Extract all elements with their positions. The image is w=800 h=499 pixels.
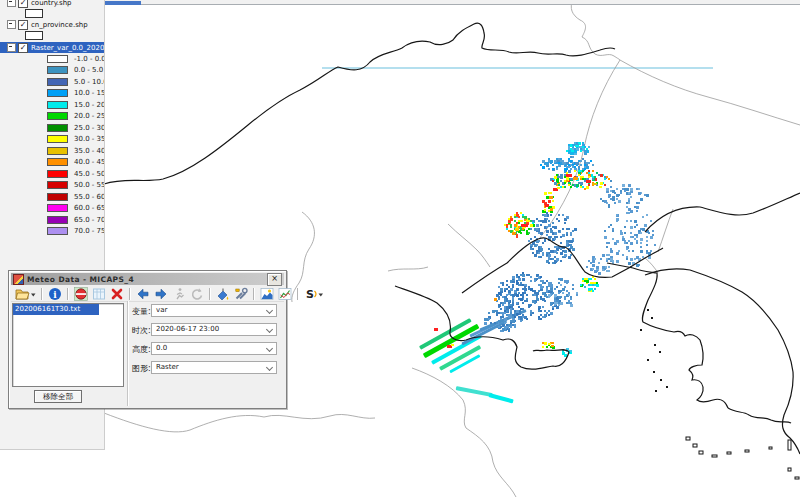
legend-range-label: 10.0 - 15.0 (74, 89, 105, 97)
legend-item[interactable]: 5.0 - 10.0 (0, 76, 104, 88)
legend-color-swatch (47, 170, 68, 178)
back-button[interactable] (134, 286, 152, 301)
dialog-titlebar[interactable]: Meteo Data - MICAPS_4 × (11, 273, 284, 285)
pane-divider (127, 301, 129, 406)
legend-range-label: 20.0 - 25.0 (74, 112, 105, 120)
delete-button[interactable] (108, 286, 126, 301)
sound-button[interactable]: S (302, 286, 326, 301)
file-list-item[interactable]: 202006161T30.txt (13, 304, 99, 315)
line-chart-button[interactable] (276, 286, 294, 301)
legend-item[interactable]: 70.0 - 75.0 (0, 226, 104, 238)
tools-icon (234, 287, 248, 301)
legend-item[interactable]: 0.0 - 5.0 (0, 65, 104, 77)
legend-item[interactable]: 30.0 - 35.0 (0, 134, 104, 146)
field-combobox[interactable]: 2020-06-17 23:00 (151, 323, 277, 336)
layer-symbol-row (25, 9, 104, 18)
file-list[interactable]: 202006161T30.txt (12, 303, 124, 387)
top-accent-bar (105, 1, 141, 5)
field-label: 变量: (132, 306, 151, 317)
field-combobox[interactable]: 0.0 (151, 342, 277, 355)
table-view-button[interactable] (90, 286, 108, 301)
legend-range-label: 65.0 - 70.0 (74, 216, 105, 224)
layer-tree: ✓country.shp✓cn_province.shp✓Raster_var_… (0, 0, 104, 237)
layer-label: country.shp (31, 0, 72, 7)
combobox-value: 0.0 (156, 344, 167, 352)
shape-symbol-swatch[interactable] (25, 9, 43, 18)
legend-range-label: 0.0 - 5.0 (74, 66, 103, 74)
refresh-button[interactable] (188, 286, 206, 301)
legend-item[interactable]: 45.0 - 50.0 (0, 168, 104, 180)
open-file-icon (15, 287, 36, 301)
map-canvas[interactable] (0, 0, 800, 499)
legend-item[interactable]: -1.0 - 0.0 (0, 53, 104, 65)
layer-checkbox[interactable]: ✓ (18, 20, 28, 30)
legend-item[interactable]: 40.0 - 45.0 (0, 157, 104, 169)
animate-button[interactable] (170, 286, 188, 301)
toolbar-separator (209, 288, 211, 300)
table-view-icon (92, 287, 106, 301)
legend-range-label: 50.0 - 55.0 (74, 181, 105, 189)
legend-color-swatch (47, 158, 68, 166)
legend-item[interactable]: 35.0 - 40.0 (0, 145, 104, 157)
chevron-down-icon[interactable] (266, 307, 273, 314)
layer-checkbox[interactable]: ✓ (18, 43, 28, 53)
legend-item[interactable]: 15.0 - 20.0 (0, 99, 104, 111)
shape-symbol-swatch[interactable] (25, 31, 43, 40)
chevron-down-icon[interactable] (266, 364, 273, 371)
close-icon[interactable]: × (267, 273, 282, 286)
combobox-value: 2020-06-17 23:00 (156, 325, 219, 333)
layer-checkbox[interactable]: ✓ (18, 0, 28, 8)
legend-range-label: 30.0 - 35.0 (74, 135, 105, 143)
legend-color-swatch (47, 78, 68, 86)
legend-range-label: 60.0 - 65.0 (74, 204, 105, 212)
legend-item[interactable]: 65.0 - 70.0 (0, 214, 104, 226)
legend-item[interactable]: 55.0 - 60.0 (0, 191, 104, 203)
field-label: 图形: (132, 363, 151, 374)
chevron-down-icon[interactable] (266, 326, 273, 333)
expander-icon[interactable] (7, 43, 16, 52)
field-label: 高度: (132, 344, 151, 355)
legend-range-label: 15.0 - 20.0 (74, 101, 105, 109)
forward-button[interactable] (152, 286, 170, 301)
legend-item[interactable]: 20.0 - 25.0 (0, 111, 104, 123)
layer-item-country.shp[interactable]: ✓country.shp (0, 0, 104, 8)
legend-item[interactable]: 50.0 - 55.0 (0, 180, 104, 192)
field-row: 变量:var (132, 304, 277, 317)
legend-item[interactable]: 25.0 - 30.0 (0, 122, 104, 134)
legend-item[interactable]: 60.0 - 65.0 (0, 203, 104, 215)
open-file-button[interactable] (13, 286, 38, 301)
line-chart-icon (278, 287, 292, 301)
svg-text:i: i (53, 290, 57, 300)
dialog-toolbar: iS (11, 286, 284, 302)
fill-style-button[interactable] (214, 286, 232, 301)
expander-icon[interactable] (7, 0, 16, 7)
info-button[interactable]: i (46, 286, 64, 301)
combobox-value: var (156, 306, 167, 314)
legend-range-label: 70.0 - 75.0 (74, 227, 105, 235)
layer-item-cn_province.shp[interactable]: ✓cn_province.shp (0, 19, 104, 30)
area-chart-button[interactable] (258, 286, 276, 301)
layer-label: cn_province.shp (31, 21, 88, 29)
layer-symbol-row (25, 31, 104, 40)
legend-color-swatch (47, 216, 68, 224)
remove-layer-button[interactable] (72, 286, 90, 301)
field-combobox[interactable]: var (151, 304, 277, 317)
legend-range-label: 35.0 - 40.0 (74, 147, 105, 155)
legend-color-swatch (47, 55, 68, 63)
dialog-title: Meteo Data - MICAPS_4 (27, 275, 134, 284)
meteo-data-dialog[interactable]: Meteo Data - MICAPS_4 × iS 202006161T30.… (8, 270, 287, 409)
tools-button[interactable] (232, 286, 250, 301)
remove-all-button[interactable]: 移除全部 (34, 390, 82, 403)
legend-color-swatch (47, 66, 68, 74)
legend-item[interactable]: 10.0 - 15.0 (0, 88, 104, 100)
legend-color-swatch (47, 101, 68, 109)
layer-item-Raster_var_0.0_2020-06[interactable]: ✓Raster_var_0.0_2020-06 (0, 42, 104, 53)
expander-icon[interactable] (7, 20, 16, 29)
legend-range-label: 45.0 - 50.0 (74, 170, 105, 178)
refresh-icon (190, 287, 204, 301)
chevron-down-icon[interactable] (266, 345, 273, 352)
info-icon: i (48, 287, 62, 301)
field-combobox[interactable]: Raster (151, 361, 277, 374)
area-chart-icon (260, 287, 274, 301)
legend-color-swatch (47, 89, 68, 97)
